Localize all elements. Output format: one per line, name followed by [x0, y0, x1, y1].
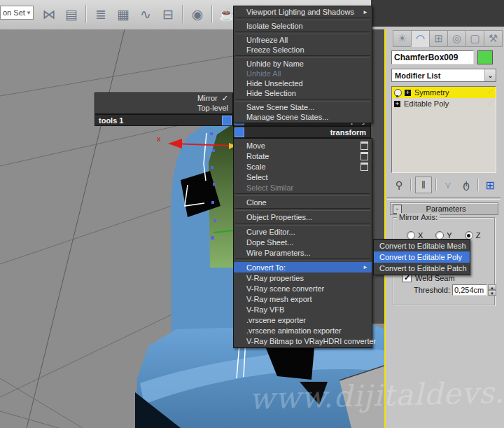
gizmo-x-label: x: [157, 134, 161, 143]
menu-separator: [235, 258, 370, 261]
display-menu-item[interactable]: Manage Scene States...: [234, 112, 372, 122]
make-unique-icon[interactable]: ⋎: [440, 177, 456, 193]
convert-to-submenu: Convert to Editable MeshConvert to Edita…: [373, 239, 470, 275]
display-menu-item[interactable]: Isolate Selection: [234, 21, 372, 31]
transform-menu-item[interactable]: Dope Sheet...: [234, 237, 372, 247]
toolbar-icons: ⋈▤≣▦∿⊟◉☕☕: [38, 3, 260, 25]
spinner-down-icon[interactable]: ▼: [488, 290, 496, 296]
menu-item-label: V-Ray mesh export: [246, 295, 359, 303]
command-panel: ☀◠⊞◎▢⚒ Modifier List ⌄ +Symmetry·˙+Edita…: [386, 27, 504, 428]
transform-menu-item[interactable]: V-Ray Bitmap to VRayHDRI converter: [234, 336, 372, 346]
transform-menu-item[interactable]: .vrscene exporter: [234, 315, 372, 325]
curve-editor-icon[interactable]: ∿: [136, 4, 155, 24]
expand-icon[interactable]: +: [405, 90, 411, 96]
configure-modifier-sets-icon[interactable]: ⊞: [482, 177, 498, 193]
utilities-tab[interactable]: ⚒: [484, 30, 503, 47]
menu-item-label: .vrscene animation exporter: [246, 326, 359, 335]
menu-item-label: Scale: [246, 163, 359, 171]
display-menu-item[interactable]: Unfreeze All: [234, 35, 372, 45]
quad-menu-item[interactable]: Mirror✓: [95, 93, 232, 103]
menu-item-label: Wire Parameters...: [246, 249, 359, 257]
modifier-list-dropdown[interactable]: Modifier List ⌄: [391, 69, 496, 82]
transform-menu-item[interactable]: V-Ray mesh export: [234, 294, 372, 304]
toolbar-separator: [435, 179, 437, 191]
object-name-row: [391, 50, 493, 64]
menu-separator: [235, 223, 370, 226]
settings-box-icon[interactable]: [360, 141, 368, 150]
schematic-view-icon[interactable]: ⊟: [158, 4, 178, 24]
transform-menu-item[interactable]: V-Ray properties: [234, 272, 372, 283]
hierarchy-tab[interactable]: ⊞: [429, 30, 447, 47]
submenu-arrow-icon: ►: [363, 9, 368, 15]
collapse-icon[interactable]: -: [393, 205, 402, 214]
align-icon[interactable]: ▤: [62, 4, 81, 24]
display-menu-item[interactable]: Hide Selection: [234, 88, 372, 98]
menu-item-label: Hide Unselected: [246, 79, 359, 88]
create-tab[interactable]: ☀: [393, 30, 411, 47]
display-menu-item[interactable]: Unhide All: [234, 69, 372, 78]
radio-label: Z: [476, 231, 481, 240]
transform-menu-item[interactable]: Move: [234, 140, 372, 151]
menu-item-label: Select Similar: [246, 184, 359, 192]
transform-menu-item[interactable]: Curve Editor...: [234, 226, 372, 237]
menu-separator: [235, 208, 370, 211]
material-editor-icon[interactable]: ◉: [188, 4, 207, 24]
display-quad-menu: Viewport Lighting and Shadows►Isolate Se…: [233, 6, 372, 123]
menu-item-label: Dope Sheet...: [246, 238, 359, 247]
modifier-stack-row[interactable]: +Editable Poly·˙: [392, 98, 496, 109]
panel-divider: [387, 197, 500, 200]
settings-box-icon[interactable]: [360, 163, 368, 171]
toolbar-separator: [477, 179, 479, 191]
show-end-result-icon[interactable]: ‖: [415, 177, 432, 193]
quad-title-tools[interactable]: tools 1: [94, 114, 233, 126]
transform-menu-item[interactable]: .vrscene animation exporter: [234, 325, 372, 336]
modifier-enable-bulb-icon[interactable]: [394, 89, 402, 97]
menu-item-label: V-Ray scene converter: [246, 284, 359, 293]
quad-title-transform[interactable]: transform: [233, 126, 371, 138]
threshold-spinner[interactable]: ▲ ▼: [488, 284, 496, 296]
convert-submenu-item[interactable]: Convert to Editable Poly: [374, 251, 470, 263]
convert-submenu-item[interactable]: Convert to Editable Mesh: [374, 240, 470, 251]
quad-menu-item[interactable]: Top-level: [95, 103, 232, 113]
menu-separator: [235, 55, 370, 58]
object-color-swatch[interactable]: [477, 50, 493, 64]
layer-manager-icon[interactable]: ≣: [91, 4, 111, 24]
transform-menu-item[interactable]: Clone: [234, 197, 372, 207]
container-icon[interactable]: ▦: [113, 4, 133, 24]
transform-menu-item[interactable]: Select Similar: [234, 182, 372, 193]
transform-menu-item[interactable]: V-Ray VFB: [234, 304, 372, 315]
menu-item-label: Move: [246, 141, 359, 150]
object-name-field[interactable]: [391, 50, 474, 64]
menu-item-label: Unhide by Name: [246, 60, 359, 68]
named-selection-set-combo[interactable]: on Set ▼: [0, 6, 34, 20]
modifier-name: Symmetry: [414, 88, 449, 97]
convert-submenu-item[interactable]: Convert to Editable Patch: [374, 263, 470, 274]
modify-tab[interactable]: ◠: [411, 30, 429, 47]
transform-menu-item[interactable]: Convert To:►: [234, 262, 372, 272]
quad-upper-left-menu: Mirror✓Top-level: [94, 92, 233, 114]
settings-box-icon[interactable]: [360, 152, 368, 160]
display-menu-item[interactable]: Hide Unselected: [234, 78, 372, 88]
transform-menu-item[interactable]: Wire Parameters...: [234, 247, 372, 258]
menu-item-label: Freeze Selection: [246, 46, 359, 54]
mirror-icon[interactable]: ⋈: [39, 4, 59, 24]
modifier-stack-row[interactable]: +Symmetry·˙: [392, 87, 496, 98]
menu-item-label: Rotate: [246, 152, 359, 160]
expand-icon[interactable]: +: [394, 101, 400, 107]
transform-menu-item[interactable]: Scale: [234, 161, 372, 172]
display-tab[interactable]: ▢: [465, 30, 484, 47]
display-menu-item[interactable]: Viewport Lighting and Shadows►: [234, 7, 372, 17]
transform-menu-item[interactable]: V-Ray scene converter: [234, 283, 372, 294]
display-menu-item[interactable]: Unhide by Name: [234, 59, 372, 69]
transform-menu-item[interactable]: Rotate: [234, 151, 372, 161]
transform-menu-item[interactable]: Object Properties...: [234, 212, 372, 222]
remove-modifier-icon[interactable]: ტ: [458, 177, 474, 193]
transform-menu-item[interactable]: Select: [234, 172, 372, 182]
motion-tab[interactable]: ◎: [447, 30, 465, 47]
pin-stack-icon[interactable]: ⚲: [391, 177, 407, 193]
threshold-input[interactable]: [452, 284, 487, 296]
display-menu-item[interactable]: Freeze Selection: [234, 45, 372, 55]
threshold-label: Threshold:: [386, 286, 452, 294]
display-menu-item[interactable]: Save Scene State...: [234, 102, 372, 112]
spinner-up-icon[interactable]: ▲: [488, 284, 496, 290]
